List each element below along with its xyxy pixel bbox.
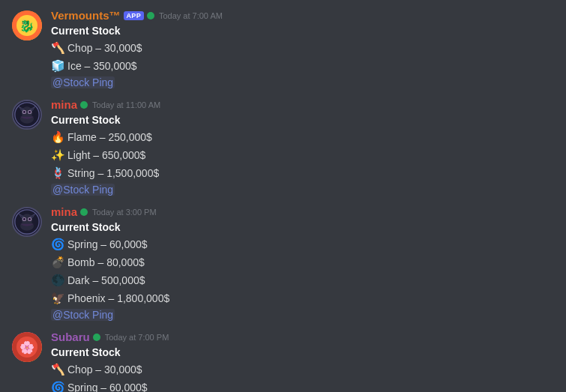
stock-item: 🌀Spring – 60,000$ bbox=[51, 379, 554, 392]
item-text: Bomb – 80,000$ bbox=[67, 254, 145, 271]
message: 🐉 Vermounts™APPToday at 7:00 AMCurrent S… bbox=[0, 6, 566, 94]
message-body: Current Stock🌀Spring – 60,000$💣Bomb – 80… bbox=[51, 220, 554, 323]
stock-item: 🪓Chop – 30,000$ bbox=[51, 39, 554, 57]
mention-tag[interactable]: @Stock Ping bbox=[51, 307, 554, 323]
item-icon: 🌑 bbox=[51, 271, 64, 289]
stock-item: 🪢String – 1,500,000$ bbox=[51, 164, 554, 182]
item-text: Phoenix – 1,800,000$ bbox=[67, 290, 169, 307]
stock-item: ✨Light – 650,000$ bbox=[51, 146, 554, 164]
item-icon: 🪓 bbox=[51, 361, 64, 379]
item-text: Light – 650,000$ bbox=[67, 147, 145, 163]
message-content: Vermounts™APPToday at 7:00 AMCurrent Sto… bbox=[51, 9, 554, 91]
stock-item: 🔥Flame – 250,000$ bbox=[51, 128, 554, 146]
item-icon: 🧊 bbox=[51, 57, 64, 75]
message-content: minaToday at 3:00 PMCurrent Stock🌀Spring… bbox=[51, 205, 554, 323]
status-indicator bbox=[147, 12, 154, 19]
status-indicator bbox=[80, 208, 88, 216]
stock-title: Current Stock bbox=[51, 220, 554, 235]
stock-item: 🌀Spring – 60,000$ bbox=[51, 235, 554, 253]
item-icon: 🦅 bbox=[51, 289, 64, 307]
stock-title: Current Stock bbox=[51, 112, 554, 128]
message-body: Current Stock🪓Chop – 30,000$🌀Spring – 60… bbox=[51, 345, 554, 392]
item-text: Chop – 30,000$ bbox=[67, 40, 142, 56]
svg-point-8 bbox=[23, 111, 25, 113]
item-text: Chop – 30,000$ bbox=[67, 361, 142, 378]
stock-title: Current Stock bbox=[51, 345, 554, 361]
stock-item: 🦅Phoenix – 1,800,000$ bbox=[51, 289, 554, 307]
stock-title: Current Stock bbox=[51, 23, 554, 39]
svg-point-16 bbox=[23, 218, 25, 220]
username[interactable]: Subaru bbox=[51, 331, 90, 343]
mention-tag[interactable]: @Stock Ping bbox=[51, 75, 554, 91]
timestamp: Today at 3:00 PM bbox=[92, 208, 157, 217]
timestamp: Today at 7:00 AM bbox=[159, 11, 223, 20]
message-body: Current Stock🪓Chop – 30,000$🧊Ice – 350,0… bbox=[51, 23, 554, 91]
svg-text:🌸: 🌸 bbox=[19, 340, 34, 355]
item-icon: 💣 bbox=[51, 253, 64, 271]
message-header: minaToday at 11:00 AM bbox=[51, 98, 554, 111]
avatar[interactable] bbox=[12, 100, 42, 130]
message: minaToday at 3:00 PMCurrent Stock🌀Spring… bbox=[0, 202, 566, 326]
status-indicator bbox=[80, 101, 88, 109]
message-header: minaToday at 3:00 PM bbox=[51, 205, 554, 218]
message: minaToday at 11:00 AMCurrent Stock🔥Flame… bbox=[0, 95, 566, 201]
message-content: minaToday at 11:00 AMCurrent Stock🔥Flame… bbox=[51, 98, 554, 198]
item-icon: 🔥 bbox=[51, 128, 64, 146]
username[interactable]: mina bbox=[51, 205, 77, 218]
avatar[interactable]: 🐉 bbox=[12, 10, 42, 40]
item-text: Dark – 500,000$ bbox=[67, 272, 145, 289]
stock-item: 🪓Chop – 30,000$ bbox=[51, 361, 554, 379]
message: 🌸 SubaruToday at 7:00 PMCurrent Stock🪓Ch… bbox=[0, 328, 566, 392]
item-text: Spring – 60,000$ bbox=[67, 379, 148, 392]
item-icon: ✨ bbox=[51, 146, 64, 164]
item-text: Ice – 350,000$ bbox=[67, 58, 137, 74]
svg-point-9 bbox=[28, 111, 31, 113]
item-text: String – 1,500,000$ bbox=[67, 165, 159, 181]
message-body: Current Stock🔥Flame – 250,000$✨Light – 6… bbox=[51, 112, 554, 198]
timestamp: Today at 11:00 AM bbox=[92, 100, 160, 109]
stock-item: 🧊Ice – 350,000$ bbox=[51, 57, 554, 75]
avatar[interactable] bbox=[12, 207, 42, 237]
avatar[interactable]: 🌸 bbox=[12, 332, 42, 362]
username[interactable]: mina bbox=[51, 98, 77, 111]
svg-text:🐉: 🐉 bbox=[19, 19, 34, 33]
status-indicator bbox=[93, 334, 100, 341]
mention-tag[interactable]: @Stock Ping bbox=[51, 182, 554, 198]
item-text: Flame – 250,000$ bbox=[67, 129, 152, 145]
message-header: SubaruToday at 7:00 PM bbox=[51, 331, 554, 343]
item-icon: 🪢 bbox=[51, 164, 64, 182]
svg-point-17 bbox=[28, 218, 31, 220]
stock-item: 🌑Dark – 500,000$ bbox=[51, 271, 554, 289]
stock-item: 💣Bomb – 80,000$ bbox=[51, 253, 554, 271]
item-icon: 🌀 bbox=[51, 235, 64, 253]
bot-tag: APP bbox=[124, 11, 144, 20]
timestamp: Today at 7:00 PM bbox=[105, 333, 169, 342]
item-icon: 🪓 bbox=[51, 39, 64, 57]
message-content: SubaruToday at 7:00 PMCurrent Stock🪓Chop… bbox=[51, 331, 554, 392]
message-list: 🐉 Vermounts™APPToday at 7:00 AMCurrent S… bbox=[0, 0, 566, 392]
item-text: Spring – 60,000$ bbox=[67, 236, 148, 253]
username[interactable]: Vermounts™ bbox=[51, 9, 121, 22]
message-header: Vermounts™APPToday at 7:00 AM bbox=[51, 9, 554, 22]
item-icon: 🌀 bbox=[51, 379, 64, 392]
